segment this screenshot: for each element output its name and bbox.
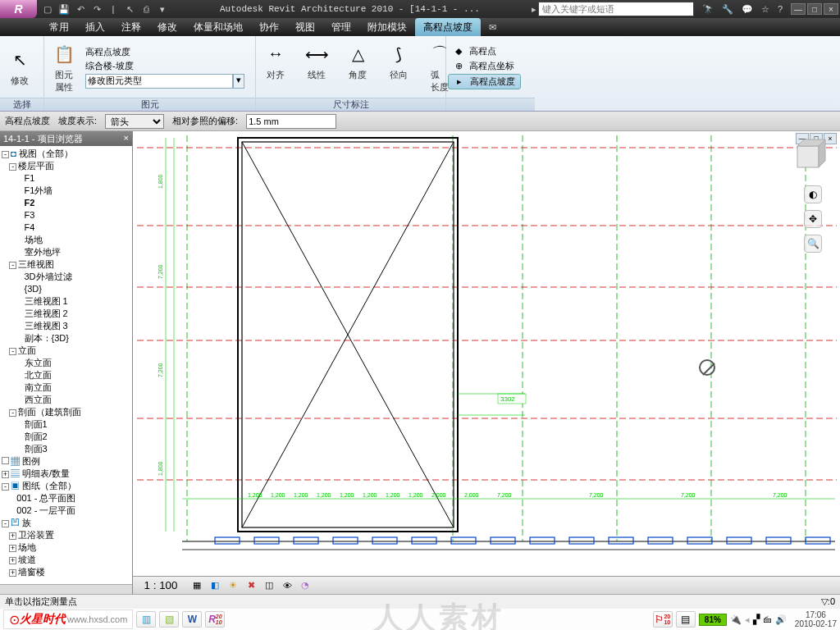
view-cube[interactable]: [786, 135, 830, 179]
tree-item[interactable]: 场地: [2, 234, 132, 246]
print-icon[interactable]: ⎙: [140, 3, 152, 15]
dim-径向[interactable]: ⟆径向: [384, 39, 413, 95]
tree-item[interactable]: 三维视图 3: [2, 320, 132, 332]
redo-icon[interactable]: ↷: [91, 3, 103, 15]
search-input[interactable]: [538, 2, 694, 16]
tree-item[interactable]: F4: [2, 221, 132, 234]
tree-item[interactable]: 002 - 一层平面: [2, 504, 132, 517]
close-button[interactable]: ×: [824, 3, 838, 15]
tree-item[interactable]: 东立面: [2, 357, 132, 369]
battery-status[interactable]: 81%: [699, 614, 727, 626]
tree-item[interactable]: 北立面: [2, 369, 132, 381]
tree-item[interactable]: 001 - 总平面图: [2, 492, 132, 504]
tree-item[interactable]: 南立面: [2, 381, 132, 394]
tree-item[interactable]: -◘ 视图（全部）: [2, 148, 132, 160]
app-menu-button[interactable]: R: [0, 0, 37, 18]
task-browser-icon[interactable]: ▥: [136, 611, 156, 628]
tray-vol-icon[interactable]: 🔊: [775, 614, 787, 625]
search-play-icon[interactable]: ▸: [532, 4, 536, 15]
spot-1[interactable]: ⊕高程点坐标: [448, 59, 521, 73]
task-app-icon[interactable]: ▤: [676, 611, 696, 628]
fav-icon[interactable]: ☆: [761, 4, 769, 15]
drawing-canvas[interactable]: — □ ×: [133, 131, 840, 576]
help-icon[interactable]: ?: [778, 4, 783, 15]
tree-item[interactable]: F1外墙: [2, 185, 132, 197]
tree-item[interactable]: 西立面: [2, 394, 132, 406]
sun-icon[interactable]: ☀: [226, 579, 240, 592]
spot-0[interactable]: ◆高程点: [448, 44, 521, 58]
tree-item[interactable]: F1: [2, 172, 132, 185]
tab-4[interactable]: 体量和场地: [185, 18, 251, 36]
tree-item[interactable]: +坡道: [2, 554, 132, 566]
task-word-icon[interactable]: W: [182, 611, 202, 628]
tree-item[interactable]: F3: [2, 209, 132, 221]
tree-item[interactable]: 副本：{3D}: [2, 332, 132, 345]
tree-item[interactable]: -三维视图: [2, 258, 132, 271]
open-icon[interactable]: ▢: [42, 3, 53, 15]
reveal-icon[interactable]: ◔: [299, 579, 312, 592]
tree-item[interactable]: 3D外墙过滤: [2, 271, 132, 283]
chat-icon[interactable]: 💬: [742, 4, 753, 15]
tree-item[interactable]: +墙窗楼: [2, 566, 132, 578]
tree-item[interactable]: -凹 族: [2, 517, 132, 529]
tab-2[interactable]: 注释: [113, 18, 149, 36]
element-properties-tool[interactable]: 📋 图元 属性: [49, 39, 79, 95]
model-icon[interactable]: ◧: [208, 579, 221, 592]
tree-item[interactable]: +▤ 明细表/数量: [2, 468, 132, 480]
pan-icon[interactable]: ✥: [804, 210, 822, 228]
tree-item[interactable]: 剖面2: [2, 431, 132, 443]
system-clock[interactable]: 17:062010-02-17: [795, 610, 837, 628]
tree-item[interactable]: -立面: [2, 345, 132, 357]
key-icon[interactable]: 🔧: [722, 4, 733, 15]
pointer-icon[interactable]: ↖: [124, 3, 135, 15]
modify-tool[interactable]: ↖ 修改: [5, 45, 34, 89]
tree-item[interactable]: 三维视图 2: [2, 308, 132, 320]
save-icon[interactable]: 💾: [58, 3, 70, 15]
dim-角度[interactable]: △角度: [343, 39, 372, 95]
detail-icon[interactable]: ▦: [190, 579, 203, 592]
tree-item[interactable]: 剖面3: [2, 443, 132, 455]
tree-item[interactable]: ▦ 图例: [2, 455, 132, 468]
task-revit2-icon[interactable]: ⚐2010: [653, 611, 673, 628]
tree-item[interactable]: 室外地坪: [2, 246, 132, 258]
undo-icon[interactable]: ↶: [75, 3, 86, 15]
maximize-button[interactable]: □: [807, 3, 822, 15]
tray-lang-icon[interactable]: 🖮: [763, 614, 772, 624]
tab-7[interactable]: 管理: [323, 18, 359, 36]
browser-scrollbar[interactable]: [0, 584, 132, 594]
tree-item[interactable]: -▣ 图纸（全部）: [2, 480, 132, 492]
tree-item[interactable]: -剖面（建筑剖面: [2, 406, 132, 418]
tab-5[interactable]: 协作: [251, 18, 287, 36]
spot-2[interactable]: ▸高程点坡度: [448, 74, 521, 89]
tab-8[interactable]: 附加模块: [359, 18, 415, 36]
tree-item[interactable]: F2: [2, 197, 132, 209]
steering-wheel-icon[interactable]: ◐: [804, 185, 822, 203]
zoom-icon[interactable]: 🔍: [804, 235, 822, 253]
tree-item[interactable]: 三维视图 1: [2, 295, 132, 308]
tab-9[interactable]: 高程点坡度: [415, 18, 481, 36]
shadow-icon[interactable]: ✖: [244, 579, 258, 592]
tray-net-icon[interactable]: ▞: [753, 614, 760, 625]
hide-icon[interactable]: 👁: [281, 579, 294, 592]
browser-close-icon[interactable]: ×: [124, 133, 129, 144]
tab-3[interactable]: 修改: [149, 18, 185, 36]
tab-0[interactable]: 常用: [41, 18, 77, 36]
dd-icon[interactable]: ▾: [157, 3, 168, 15]
dim-线性[interactable]: ⟷线性: [302, 39, 331, 95]
tree-item[interactable]: +场地: [2, 541, 132, 554]
dim-对齐[interactable]: ↔对齐: [261, 39, 290, 95]
tree-item[interactable]: -楼层平面: [2, 160, 132, 172]
filter-status[interactable]: ▽:0: [821, 596, 835, 607]
tab-1[interactable]: 插入: [77, 18, 113, 36]
type-dropdown-icon[interactable]: ▾: [233, 74, 244, 89]
minimize-button[interactable]: —: [791, 3, 806, 15]
mail-icon[interactable]: ✉: [489, 22, 496, 33]
crop-icon[interactable]: ◫: [262, 579, 276, 592]
browser-tree[interactable]: -◘ 视图（全部） -楼层平面 F1 F1外墙 F2 F3 F4 场地 室外地坪…: [0, 146, 132, 584]
scale-input[interactable]: [136, 579, 185, 592]
offset-input[interactable]: [246, 114, 336, 129]
slope-rep-select[interactable]: 箭头: [105, 114, 164, 129]
tree-item[interactable]: 剖面1: [2, 418, 132, 431]
task-folder-icon[interactable]: ▧: [159, 611, 179, 628]
tree-item[interactable]: +卫浴装置: [2, 529, 132, 541]
